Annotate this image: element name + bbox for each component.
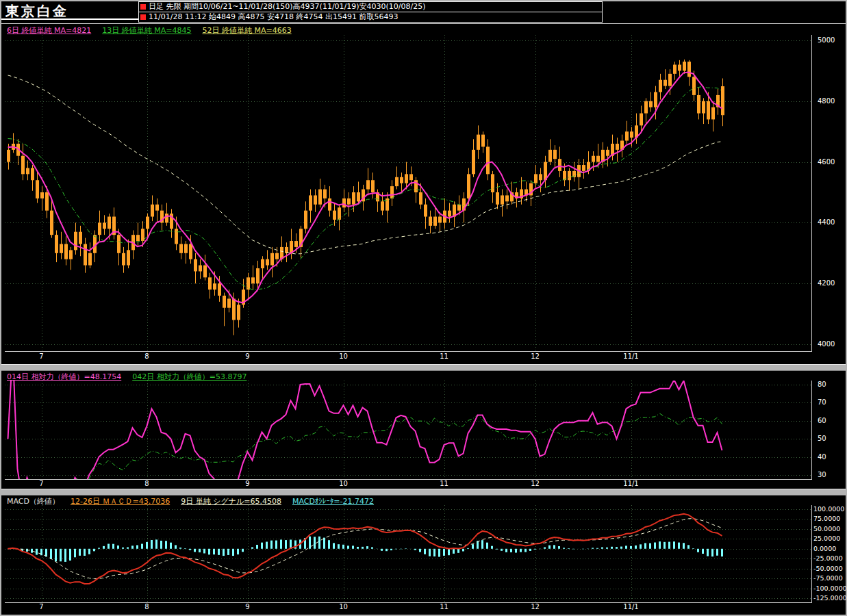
price-chart-canvas[interactable] [5,35,812,352]
x-axis-label: 7 [39,480,43,487]
red-marker-icon [140,4,146,10]
y-axis-label: -50.0000 [813,565,843,572]
red-marker-icon [140,14,146,20]
contract-info-text: 日足 先限 期間10/06/21~11/01/28(150)高4937(11/0… [149,2,426,11]
x-axis-label: 12 [531,603,540,611]
contract-info-row: 日足 先限 期間10/06/21~11/01/28(150)高4937(11/0… [139,2,602,12]
y-axis-label: 100.0000 [813,505,844,513]
x-axis-label: 11/1 [623,603,638,611]
y-axis-label: 4600 [818,158,835,166]
x-axis-label: 10 [339,352,348,360]
legend-item-1[interactable]: 13日 終値単純 MA=4845 [102,26,191,35]
x-axis-label: 11 [440,352,448,360]
y-axis-label: 60 [818,417,826,424]
x-axis-label: 8 [144,480,149,487]
panel-splitter[interactable] [1,364,846,371]
y-axis-label: -75.0000 [813,574,843,582]
y-axis-label: 80 [818,381,826,388]
ohlc-info-text: 11/01/28 11:12 始4849 高4875 安4718 終4754 出… [149,12,399,21]
y-axis-label: 75.0000 [813,515,840,522]
y-axis-label: -25.0000 [813,554,843,562]
y-axis-label: 40 [818,453,826,461]
app-window: 東京白金 日足 先限 期間10/06/21~11/01/28(150)高4937… [1,1,846,615]
x-axis-label: 11 [440,480,448,487]
x-axis-label: 8 [144,603,149,611]
x-axis-label: 10 [339,603,348,611]
y-axis-label: 70 [818,398,826,406]
panel-splitter[interactable] [1,489,846,496]
x-axis-label: 11 [440,603,448,611]
page-title: 東京白金 [5,2,68,21]
title-underline [1,18,138,20]
x-axis-label: 11/1 [623,352,638,360]
x-axis-label: 12 [531,480,540,487]
rsi-panel: 014日 相対力（終値）=48.1754042日 相対力（終値）=53.8797… [1,371,846,489]
rsi-chart-canvas[interactable] [5,381,812,480]
macd-chart-canvas[interactable] [5,505,812,603]
y-axis-label: -100.0000 [813,585,847,592]
y-axis-label: 0.0000 [813,545,836,552]
price-chart-panel: 6日 終値単純 MA=482113日 終値単純 MA=484552日 終値単純 … [1,23,846,364]
y-axis-label: 4200 [818,279,835,287]
x-axis-label: 9 [245,603,249,611]
x-axis-label: 9 [245,352,249,360]
x-axis-label: 8 [144,352,149,360]
y-axis-label: 25.0000 [813,535,840,542]
y-axis-label: 50.0000 [813,525,840,532]
legend-item-2[interactable]: 52日 終値単純 MA=4663 [202,26,291,35]
header-bar: 東京白金 日足 先限 期間10/06/21~11/01/28(150)高4937… [1,1,846,23]
x-axis-label: 10 [339,480,348,487]
quote-info-box: 日足 先限 期間10/06/21~11/01/28(150)高4937(11/0… [138,1,603,23]
y-axis-label: 4000 [818,340,835,348]
y-axis-label: 50 [818,435,826,442]
y-axis-label: 5000 [818,36,835,44]
ohlc-info-row: 11/01/28 11:12 始4849 高4875 安4718 終4754 出… [139,12,602,22]
x-axis-label: 11/1 [623,480,638,487]
x-axis-label: 9 [245,480,249,487]
y-axis-label: 4400 [818,218,835,226]
price-legend: 6日 終値単純 MA=482113日 終値単純 MA=484552日 終値単純 … [7,25,303,36]
x-axis-label: 7 [39,603,43,611]
y-axis-label: -125.0000 [813,594,847,602]
y-axis-label: 4800 [818,97,835,105]
legend-item-0[interactable]: 6日 終値単純 MA=4821 [7,26,91,35]
x-axis-label: 12 [531,352,540,360]
x-axis-label: 7 [39,352,43,360]
macd-panel: MACD（終値）12-26日 ＭＡＣＤ=43.70369日 単純 シグナル=65… [1,496,846,615]
y-axis-label: 30 [818,471,826,478]
